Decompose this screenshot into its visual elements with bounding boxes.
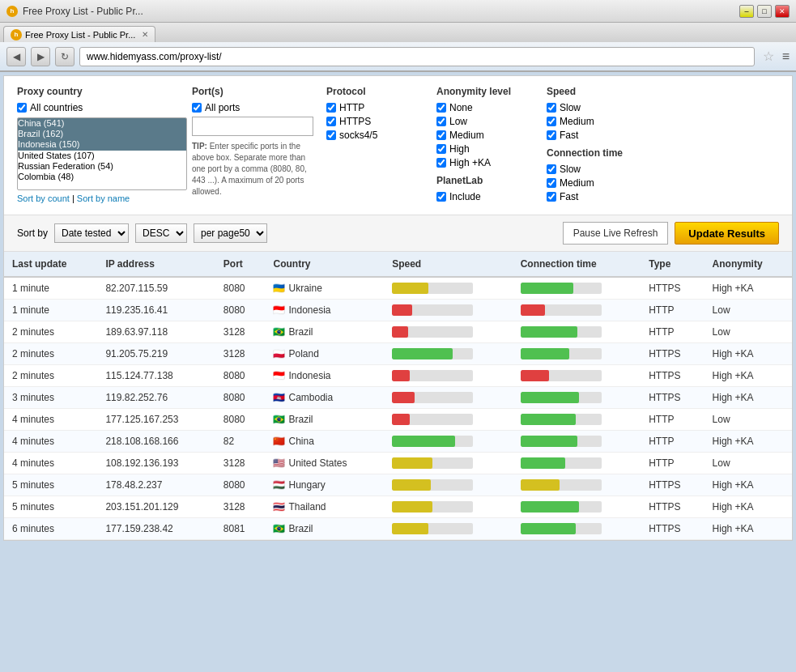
- proxy-country-title: Proxy country: [17, 86, 179, 97]
- table-row: 2 minutes 115.124.77.138 8080 🇮🇩Indonesi…: [4, 365, 792, 387]
- socks-checkbox[interactable]: [326, 130, 336, 140]
- cell-port: 3128: [215, 343, 266, 365]
- http-checkbox[interactable]: [326, 103, 336, 113]
- tab-bar: h Free Proxy List - Public Pr... ✕: [0, 23, 796, 42]
- update-results-button[interactable]: Update Results: [675, 222, 779, 245]
- cell-speed: [384, 387, 513, 409]
- sort-by-count-link[interactable]: Sort by count: [17, 194, 70, 203]
- cell-country: 🇮🇩Indonesia: [265, 365, 384, 387]
- back-button[interactable]: ◀: [6, 47, 26, 66]
- speed-bar: [392, 479, 473, 491]
- browser-tab[interactable]: h Free Proxy List - Public Pr... ✕: [3, 26, 155, 42]
- cell-anonymity: Low: [704, 321, 792, 343]
- speed-bar: [392, 370, 473, 381]
- speed-medium-checkbox[interactable]: [547, 117, 556, 126]
- cell-speed: [384, 277, 513, 300]
- address-bar[interactable]: [79, 47, 755, 66]
- cell-anonymity: Low: [704, 453, 792, 474]
- connection-bar-fill: [521, 414, 576, 425]
- conn-medium-label: Medium: [560, 177, 594, 189]
- close-button[interactable]: ✕: [775, 5, 790, 18]
- anon-high-row: High: [436, 143, 534, 155]
- cell-type: HTTP: [641, 453, 704, 474]
- connection-bar: [521, 370, 602, 381]
- col-connection: Connection time: [513, 252, 641, 277]
- cell-port: 8080: [215, 300, 266, 321]
- conn-medium-checkbox[interactable]: [547, 178, 556, 188]
- cell-country: 🇮🇩Indonesia: [265, 300, 384, 321]
- port-input-field[interactable]: [192, 117, 313, 136]
- cell-last-update: 4 minutes: [4, 453, 97, 474]
- anon-none-checkbox[interactable]: [436, 103, 446, 113]
- connection-bar-fill: [521, 348, 569, 359]
- table-row: 2 minutes 91.205.75.219 3128 🇵🇱Poland HT…: [4, 343, 792, 365]
- connection-bar-fill: [521, 283, 573, 294]
- country-select[interactable]: China (541) Brazil (162) Indonesia (150)…: [17, 117, 187, 190]
- menu-icon[interactable]: ≡: [782, 49, 790, 64]
- planetlab-title: PlanetLab: [436, 175, 534, 186]
- speed-fast-checkbox[interactable]: [547, 130, 556, 140]
- speed-slow-checkbox[interactable]: [547, 103, 556, 113]
- cell-ip: 177.125.167.253: [97, 409, 215, 431]
- proxy-country-filter: Proxy country All countries China (541) …: [17, 86, 179, 205]
- connection-bar: [521, 523, 602, 534]
- maximize-button[interactable]: □: [757, 5, 772, 18]
- cell-ip: 115.124.77.138: [97, 365, 215, 387]
- conn-slow-checkbox[interactable]: [547, 164, 556, 174]
- cell-country: 🇹🇭Thailand: [265, 496, 384, 518]
- speed-bar: [392, 436, 473, 447]
- tab-close-button[interactable]: ✕: [142, 30, 148, 39]
- table-container: Last update IP address Port Country Spee…: [4, 252, 792, 540]
- cell-port: 8080: [215, 277, 266, 300]
- cell-port: 8080: [215, 474, 266, 496]
- minimize-button[interactable]: –: [739, 5, 754, 18]
- cell-connection: [513, 343, 641, 365]
- speed-bar: [392, 348, 473, 359]
- all-ports-checkbox[interactable]: [192, 103, 202, 113]
- cell-last-update: 2 minutes: [4, 343, 97, 365]
- bookmark-icon[interactable]: ☆: [763, 49, 774, 64]
- forward-button[interactable]: ▶: [31, 47, 50, 66]
- cell-last-update: 1 minute: [4, 277, 97, 300]
- speed-bar-fill: [392, 392, 415, 403]
- col-type: Type: [641, 252, 704, 277]
- sort-order-select[interactable]: DESC ASC: [135, 223, 187, 243]
- cell-country: 🇰🇭Cambodia: [265, 387, 384, 409]
- cell-type: HTTPS: [641, 343, 704, 365]
- title-bar: h Free Proxy List - Public Pr... – □ ✕: [0, 0, 796, 23]
- speed-bar-fill: [392, 370, 410, 381]
- anon-highka-checkbox[interactable]: [436, 158, 446, 168]
- window-controls: – □ ✕: [739, 5, 790, 18]
- cell-ip: 119.235.16.41: [97, 300, 215, 321]
- all-countries-checkbox[interactable]: [17, 103, 27, 113]
- cell-ip: 189.63.97.118: [97, 321, 215, 343]
- planetlab-include-checkbox[interactable]: [436, 192, 446, 202]
- cell-country: 🇧🇷Brazil: [265, 518, 384, 540]
- connection-time-title: Connection time: [547, 147, 644, 159]
- sort-by-name-link[interactable]: Sort by name: [77, 194, 130, 203]
- cell-ip: 177.159.238.42: [97, 518, 215, 540]
- cell-type: HTTP: [641, 431, 704, 453]
- https-checkbox[interactable]: [326, 117, 336, 126]
- connection-bar-fill: [521, 479, 560, 491]
- sort-field-select[interactable]: Date tested: [54, 223, 129, 243]
- per-page-select[interactable]: per page50 per page30: [194, 223, 267, 243]
- connection-bar: [521, 479, 602, 491]
- cell-anonymity: High +KA: [704, 365, 792, 387]
- anon-none-label: None: [449, 102, 473, 113]
- pause-live-refresh-button[interactable]: Pause Live Refresh: [563, 222, 669, 245]
- anon-high-checkbox[interactable]: [436, 144, 446, 154]
- anon-none-row: None: [436, 102, 534, 113]
- speed-slow-label: Slow: [560, 102, 581, 113]
- speed-bar: [392, 457, 473, 469]
- anon-medium-checkbox[interactable]: [436, 130, 446, 140]
- speed-bar: [392, 523, 473, 534]
- https-label: HTTPS: [339, 116, 371, 127]
- speed-bar: [392, 283, 473, 294]
- anon-low-checkbox[interactable]: [436, 117, 446, 126]
- conn-fast-checkbox[interactable]: [547, 192, 556, 202]
- reload-button[interactable]: ↻: [55, 47, 74, 66]
- cell-type: HTTPS: [641, 474, 704, 496]
- connection-bar-fill: [521, 457, 565, 469]
- cell-connection: [513, 496, 641, 518]
